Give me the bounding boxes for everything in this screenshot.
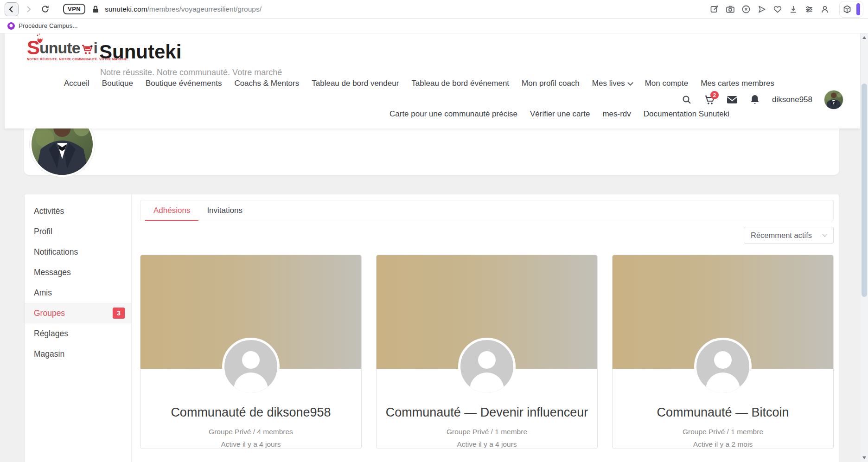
group-card[interactable]: Communauté — Devenir influenceur Groupe … — [376, 255, 598, 449]
group-activity: Active il y a 2 mois — [613, 440, 833, 449]
nav-item[interactable]: Coachs & Mentors — [234, 79, 299, 88]
scroll-down-icon[interactable] — [862, 456, 866, 459]
group-activity: Active il y a 4 jours — [377, 440, 597, 449]
bell-icon — [750, 94, 760, 105]
count-badge: 3 — [113, 308, 125, 319]
tab[interactable]: Invitations — [198, 200, 251, 221]
group-title[interactable]: Communauté — Bitcoin — [613, 405, 833, 420]
url-domain: sunuteki.com — [105, 5, 147, 13]
member-sidebar: Activités Profil Notifications Messages — [25, 194, 132, 462]
nav-item[interactable]: Tableau de bord vendeur — [312, 79, 399, 88]
logo-cart-icon — [81, 44, 93, 55]
download-icon[interactable] — [789, 5, 798, 14]
vpn-badge[interactable]: VPN — [63, 4, 85, 14]
cart-button[interactable]: 2 — [704, 94, 715, 105]
group-avatar-placeholder — [222, 338, 280, 395]
browser-toolbar: VPN sunuteki.com/membres/voyageurresilie… — [0, 0, 868, 19]
search-icon — [682, 95, 692, 105]
nav-item[interactable]: Boutique événements — [146, 79, 222, 88]
group-title[interactable]: Communauté — Devenir influenceur — [377, 405, 597, 420]
member-panel: Activités Profil Notifications Messages — [24, 194, 839, 462]
notifications-button[interactable] — [749, 94, 760, 105]
page-scrollbar[interactable] — [861, 33, 868, 462]
nav-item[interactable]: Mon compte — [645, 79, 689, 88]
logo-wordmark: Sunutei — [27, 40, 101, 56]
group-meta: Groupe Privé / 1 membre — [377, 428, 597, 436]
nav-item[interactable]: Mes lives — [592, 79, 632, 88]
group-title[interactable]: Communauté de diksone958 — [140, 405, 361, 420]
tab[interactable]: Adhésions — [145, 200, 198, 221]
send-icon[interactable] — [757, 5, 766, 14]
nav-item[interactable]: Vérifier une carte — [530, 109, 590, 119]
refresh-icon — [41, 5, 50, 13]
refresh-button[interactable] — [38, 2, 52, 16]
chevron-down-icon — [627, 80, 633, 86]
bookmark-favicon — [7, 22, 15, 30]
scrollbar-thumb[interactable] — [862, 83, 867, 297]
flame-icon — [33, 33, 45, 44]
nav-item[interactable]: Boutique — [102, 79, 133, 88]
address-bar[interactable]: sunuteki.com/membres/voyageurresilient/g… — [105, 5, 262, 13]
user-avatar[interactable] — [824, 90, 843, 109]
sidebar-item[interactable]: Profil — [25, 221, 131, 242]
group-avatar-placeholder — [694, 338, 752, 395]
sidebar-item[interactable]: Activités — [25, 201, 131, 221]
sidebar-item[interactable]: Magasin — [25, 344, 131, 364]
cart-count-badge: 2 — [710, 91, 719, 99]
secondary-nav: Carte pour une communauté précise Vérifi… — [389, 109, 729, 119]
username-link[interactable]: diksone958 — [772, 95, 812, 104]
tune-icon[interactable] — [804, 5, 814, 14]
group-avatar-placeholder — [458, 338, 516, 395]
forward-icon — [24, 5, 32, 13]
chevron-down-icon — [822, 231, 827, 237]
logo-tail: i — [94, 40, 97, 56]
sidebar-item[interactable]: Messages — [25, 262, 131, 282]
sort-dropdown[interactable]: Récemment actifs — [744, 227, 834, 244]
sidebar-item[interactable]: Réglages — [25, 323, 131, 344]
back-button[interactable] — [5, 2, 19, 16]
site-title[interactable]: Sunuteki — [99, 41, 181, 63]
site-logo[interactable]: Sunutei NOTRE RÉUSSITE. NOTRE COMMUNAUTÉ… — [27, 40, 101, 61]
nav-item[interactable]: Mon profil coach — [522, 79, 580, 88]
bookmark-item[interactable]: Procédure Campus... — [19, 22, 78, 29]
groups-content: Adhésions Invitations Récemment actifs — [132, 194, 842, 462]
group-card[interactable]: Communauté de diksone958 Groupe Privé / … — [140, 255, 362, 449]
nav-item[interactable]: Tableau de bord événement — [411, 79, 509, 88]
forward-button[interactable] — [21, 2, 35, 16]
scroll-up-icon[interactable] — [862, 36, 866, 39]
nav-item[interactable]: Mes cartes membres — [701, 79, 774, 88]
groups-grid: Communauté de diksone958 Groupe Privé / … — [140, 255, 834, 449]
group-activity: Active il y a 4 jours — [140, 440, 361, 449]
side-panel-indicator[interactable] — [856, 3, 860, 15]
group-meta: Groupe Privé / 4 membres — [140, 428, 361, 436]
bookmarks-bar: Procédure Campus... — [0, 19, 868, 33]
nav-item[interactable]: Accueil — [64, 79, 89, 88]
user-avatar-photo — [824, 90, 843, 109]
shield-x-icon[interactable] — [741, 5, 751, 14]
mail-icon — [727, 96, 738, 104]
site-tagline: Notre réussite. Notre communauté. Votre … — [100, 68, 282, 77]
group-meta: Groupe Privé / 1 membre — [613, 428, 833, 436]
person-silhouette-icon — [478, 351, 496, 369]
back-icon — [7, 5, 16, 13]
logo-mid: unute — [39, 40, 80, 56]
search-button[interactable] — [681, 94, 692, 105]
heart-icon[interactable] — [773, 5, 782, 14]
sidebar-item[interactable]: Groupes 3 — [25, 303, 131, 323]
sidebar-item[interactable]: Amis — [25, 282, 131, 303]
nav-item[interactable]: Carte pour une communauté précise — [389, 109, 517, 119]
nav-item[interactable]: Documentation Sunuteki — [644, 109, 729, 119]
sidebar-item[interactable]: Notifications — [25, 242, 131, 262]
header-actions: 2 diksone958 — [681, 90, 843, 109]
nav-item[interactable]: mes-rdv — [602, 109, 631, 119]
person-silhouette-icon — [714, 351, 732, 369]
cube-icon[interactable] — [842, 5, 852, 14]
group-card[interactable]: Communauté — Bitcoin Groupe Privé / 1 me… — [612, 255, 834, 449]
compose-icon[interactable] — [710, 5, 719, 14]
profile-icon[interactable] — [820, 5, 830, 14]
groups-tabs: Adhésions Invitations — [140, 200, 834, 221]
lock-icon[interactable] — [92, 5, 99, 13]
camera-icon[interactable] — [726, 5, 735, 14]
messages-button[interactable] — [727, 94, 738, 105]
primary-nav: Accueil Boutique Boutique événements Coa… — [64, 79, 774, 88]
